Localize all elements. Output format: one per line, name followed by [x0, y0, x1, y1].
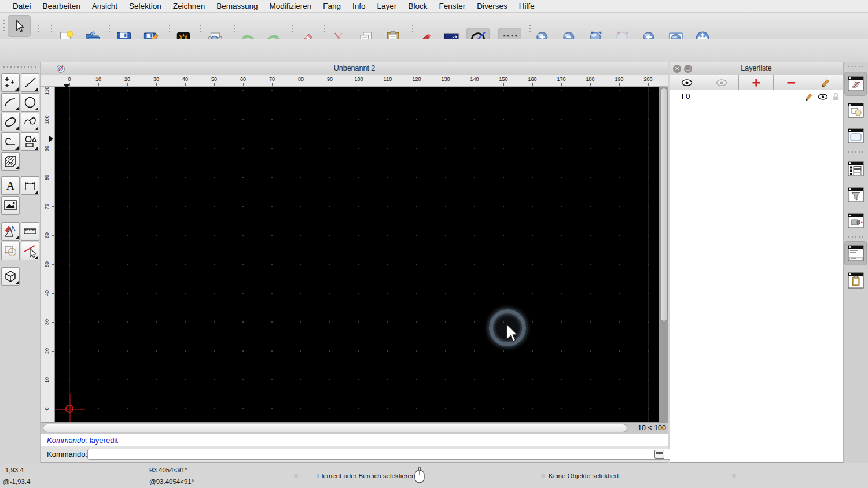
arc-tool-button[interactable]	[1, 93, 20, 112]
hatch-tool-button[interactable]	[1, 152, 20, 171]
ruler-label: 90	[323, 76, 337, 82]
image-tool-button[interactable]	[1, 196, 20, 215]
menu-item[interactable]: Diverses	[471, 2, 513, 10]
add-layer-button[interactable]	[739, 75, 774, 90]
menu-item[interactable]: Fenster	[433, 2, 471, 10]
vertical-scrollbar[interactable]	[659, 87, 668, 422]
drawing-canvas[interactable]	[55, 87, 659, 422]
menu-item[interactable]: Modifizieren	[264, 2, 318, 10]
pencil-icon	[821, 77, 831, 88]
menu-item[interactable]: Block	[402, 2, 433, 10]
dock-clipboard-button[interactable]	[844, 268, 867, 293]
coordinate-relative: @-1,93.4	[3, 478, 30, 485]
eye-icon[interactable]	[818, 93, 828, 101]
command-detach-button[interactable]	[654, 450, 664, 459]
select-arrow-button[interactable]	[8, 15, 31, 37]
ruler-label: 10	[41, 374, 53, 386]
tool-palette: A	[0, 62, 41, 463]
menu-item[interactable]: Zeichnen	[167, 2, 211, 10]
layer-row[interactable]: 0	[670, 90, 843, 103]
layer-name: 0	[686, 92, 690, 101]
dock-library-button[interactable]	[844, 124, 867, 148]
dock-command-line-button[interactable]	[844, 241, 867, 265]
ruler-label: 190	[612, 76, 626, 82]
block-list-panel-icon	[847, 102, 865, 119]
ruler-label: 180	[583, 76, 597, 82]
menu-item[interactable]: Selektion	[123, 2, 167, 10]
ruler-label: 110	[381, 76, 395, 82]
ruler-label: 90	[41, 142, 53, 155]
lock-icon[interactable]	[832, 93, 840, 101]
h-scroll-thumb[interactable]	[43, 424, 627, 432]
modify-attributes-tool-button[interactable]	[21, 242, 39, 260]
ruler-label: 20	[41, 345, 53, 357]
horizontal-scrollbar[interactable]: 10 < 100	[41, 422, 668, 434]
text-tool-icon: A	[3, 178, 18, 193]
eye-disabled-icon	[716, 79, 727, 87]
line-tool-button[interactable]	[21, 73, 39, 92]
menu-item[interactable]: Layer	[372, 2, 403, 10]
library-panel-icon	[847, 128, 865, 144]
show-all-layers-button[interactable]	[670, 75, 704, 90]
v-scroll-thumb[interactable]	[660, 88, 668, 321]
vertical-ruler: 1101009080706050403020100	[41, 87, 55, 422]
text-tool-button[interactable]: A	[1, 176, 20, 195]
ellipse-tool-button[interactable]	[1, 113, 20, 131]
menu-item[interactable]: Bearbeiten	[37, 2, 86, 10]
horizontal-ruler: 0102030405060708090100110120130140150160…	[41, 75, 668, 87]
ruler-label: 80	[294, 76, 308, 82]
plus-icon	[752, 78, 761, 87]
ruler-label: 60	[236, 76, 250, 82]
layer-panel-titlebar[interactable]: ✕ ❐ Layerliste	[670, 62, 843, 75]
modify-tool-button[interactable]	[1, 222, 20, 241]
ruler-label: 170	[554, 76, 568, 82]
menu-item[interactable]: Info	[347, 2, 372, 10]
command-history-label: Kommando:	[47, 436, 87, 445]
command-line-panel-icon	[847, 245, 865, 262]
point-tool-button[interactable]	[1, 73, 20, 92]
ruler-label: 60	[41, 229, 53, 242]
status-hint: Element oder Bereich selektieren	[317, 472, 415, 479]
ruler-label: 50	[207, 76, 221, 82]
menu-item[interactable]: Fang	[317, 2, 347, 10]
remove-layer-button[interactable]	[774, 75, 808, 90]
ruler-label: 0	[62, 76, 76, 82]
hide-all-layers-button[interactable]	[704, 75, 739, 90]
minus-icon	[786, 78, 796, 87]
document-titlebar[interactable]: Unbenannt 2	[41, 62, 668, 75]
measure-tool-button[interactable]	[21, 222, 39, 241]
pencil-icon[interactable]	[804, 92, 814, 101]
eye-icon	[681, 79, 693, 87]
dock-selection-list-button[interactable]	[844, 157, 867, 181]
polyline-tool-button[interactable]	[1, 132, 20, 151]
dock-block-list-button[interactable]	[844, 98, 867, 123]
info-tool-button[interactable]	[1, 242, 20, 260]
menu-item[interactable]: Bemassung	[211, 2, 263, 10]
menu-item[interactable]: Ansicht	[86, 2, 123, 10]
main-toolbar: SVG	[0, 13, 868, 39]
command-input[interactable]	[87, 449, 693, 460]
ruler-label: 140	[468, 76, 481, 82]
polar-relative: @93.4054<91°	[149, 478, 194, 485]
viewport-tool-button[interactable]	[1, 267, 20, 286]
layer-panel	[670, 62, 843, 463]
ruler-label: 70	[41, 200, 53, 213]
ruler-label: 120	[410, 76, 424, 82]
dock-projector-button[interactable]	[844, 209, 867, 233]
status-bar: -1,93.4 @-1,93.4 93.4054<91° @93.4054<91…	[0, 463, 868, 488]
ruler-label: 50	[41, 258, 53, 271]
ruler-label: 20	[120, 76, 134, 82]
status-dot	[294, 474, 298, 478]
dock-layer-list-button[interactable]	[844, 72, 867, 96]
dock-filter-button[interactable]	[844, 183, 867, 207]
circle-tool-button[interactable]	[21, 93, 39, 112]
shape-tool-button[interactable]	[21, 132, 39, 151]
grid-status: 10 < 100	[638, 424, 666, 432]
edit-layer-button[interactable]	[808, 75, 843, 90]
dimension-tool-button[interactable]	[21, 176, 39, 195]
ruler-label: 30	[41, 316, 53, 328]
menu-item[interactable]: Datei	[7, 2, 37, 10]
checklist-panel-icon	[847, 161, 865, 177]
spline-tool-button[interactable]	[21, 113, 39, 131]
menu-item[interactable]: Hilfe	[513, 2, 540, 10]
